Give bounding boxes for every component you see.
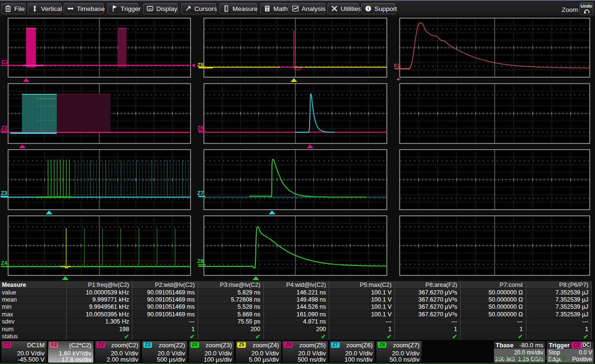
svg-text:Z2: Z2 xyxy=(1,125,7,131)
svg-text:Z5: Z5 xyxy=(197,62,204,68)
svg-text:Z8: Z8 xyxy=(197,258,204,264)
svg-text:Z4: Z4 xyxy=(1,260,8,266)
svg-text:F2: F2 xyxy=(394,63,400,69)
svg-text:Z6: Z6 xyxy=(197,125,203,131)
svg-text:Z7: Z7 xyxy=(197,190,203,196)
svg-text:Z3: Z3 xyxy=(1,190,7,196)
svg-text:C2: C2 xyxy=(1,59,9,65)
